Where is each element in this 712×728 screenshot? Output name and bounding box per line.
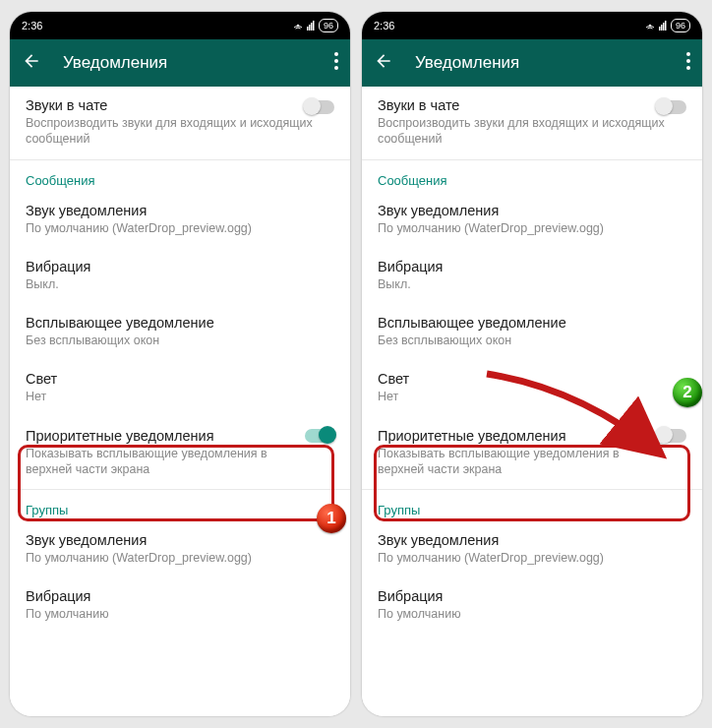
svg-rect-11 bbox=[663, 23, 665, 30]
section-messages: Сообщения bbox=[10, 160, 350, 192]
toggle-priority[interactable] bbox=[305, 429, 334, 443]
svg-rect-2 bbox=[309, 25, 311, 30]
phone-left: 2:36 96 Уведомления Звуки в чате Воспрои… bbox=[10, 12, 350, 716]
row-priority[interactable]: Приоритетные уведомления Показывать вспл… bbox=[10, 417, 350, 490]
page-title: Уведомления bbox=[415, 53, 665, 73]
toggle-chat-sounds[interactable] bbox=[657, 100, 686, 114]
row-title: Звук уведомления bbox=[378, 532, 686, 548]
row-title: Звуки в чате bbox=[378, 97, 686, 113]
row-title: Звук уведомления bbox=[378, 203, 686, 218]
row-group-sound[interactable]: Звук уведомления По умолчанию (WaterDrop… bbox=[362, 521, 702, 577]
svg-rect-3 bbox=[311, 23, 313, 30]
clock: 2:36 bbox=[374, 20, 394, 31]
svg-rect-1 bbox=[307, 27, 309, 30]
row-title: Звук уведомления bbox=[26, 532, 334, 548]
overflow-icon[interactable] bbox=[334, 52, 338, 74]
row-title: Звук уведомления bbox=[26, 203, 334, 218]
row-vibration[interactable]: Вибрация Выкл. bbox=[362, 248, 702, 304]
svg-point-6 bbox=[334, 59, 338, 63]
back-icon[interactable] bbox=[374, 51, 393, 75]
svg-rect-10 bbox=[661, 25, 663, 30]
row-subtitle: Без всплывающих окон bbox=[378, 333, 686, 348]
badge-step-1: 1 bbox=[317, 504, 346, 533]
row-notification-sound[interactable]: Звук уведомления По умолчанию (WaterDrop… bbox=[10, 192, 350, 248]
row-title: Вибрация bbox=[26, 588, 334, 604]
row-notification-sound[interactable]: Звук уведомления По умолчанию (WaterDrop… bbox=[362, 192, 702, 248]
toggle-chat-sounds[interactable] bbox=[305, 100, 334, 114]
row-subtitle: По умолчанию (WaterDrop_preview.ogg) bbox=[26, 220, 334, 236]
row-subtitle: Выкл. bbox=[378, 276, 686, 292]
row-group-vibration[interactable]: Вибрация По умолчанию bbox=[10, 577, 350, 634]
row-light[interactable]: Свет Нет bbox=[362, 360, 702, 416]
svg-rect-4 bbox=[313, 21, 315, 30]
svg-point-5 bbox=[334, 52, 338, 56]
svg-rect-9 bbox=[659, 27, 661, 30]
svg-point-15 bbox=[686, 66, 690, 70]
overflow-icon[interactable] bbox=[686, 52, 690, 74]
status-bar: 2:36 96 bbox=[362, 12, 702, 39]
settings-list: Звуки в чате Воспроизводить звуки для вх… bbox=[362, 87, 702, 716]
app-bar: Уведомления bbox=[10, 39, 350, 87]
row-title: Всплывающее уведомление bbox=[378, 315, 686, 331]
toggle-priority[interactable] bbox=[657, 429, 686, 443]
row-popup[interactable]: Всплывающее уведомление Без всплывающих … bbox=[362, 304, 702, 360]
app-bar: Уведомления bbox=[362, 39, 702, 87]
row-subtitle: По умолчанию bbox=[26, 606, 334, 622]
battery-pill: 96 bbox=[671, 19, 690, 32]
row-subtitle: По умолчанию (WaterDrop_preview.ogg) bbox=[26, 550, 334, 566]
page-title: Уведомления bbox=[63, 53, 313, 73]
row-subtitle: Показывать всплывающие уведомления в вер… bbox=[26, 446, 301, 478]
row-title: Приоритетные уведомления bbox=[26, 428, 301, 444]
row-light[interactable]: Свет Нет bbox=[10, 360, 350, 416]
status-icons: 96 bbox=[293, 19, 338, 32]
clock: 2:36 bbox=[22, 20, 42, 31]
row-subtitle: Выкл. bbox=[26, 276, 334, 292]
row-title: Вибрация bbox=[26, 259, 334, 274]
row-subtitle: Воспроизводить звуки для входящих и исхо… bbox=[26, 115, 334, 148]
row-subtitle: По умолчанию (WaterDrop_preview.ogg) bbox=[378, 220, 686, 236]
row-popup[interactable]: Всплывающее уведомление Без всплывающих … bbox=[10, 304, 350, 360]
row-title: Свет bbox=[26, 371, 334, 387]
row-subtitle: Воспроизводить звуки для входящих и исхо… bbox=[378, 115, 686, 148]
status-icons: 96 bbox=[645, 19, 690, 32]
section-groups: Группы bbox=[10, 490, 350, 521]
row-title: Свет bbox=[378, 371, 686, 387]
row-title: Вибрация bbox=[378, 259, 686, 274]
battery-pill: 96 bbox=[319, 19, 338, 32]
row-chat-sounds[interactable]: Звуки в чате Воспроизводить звуки для вх… bbox=[362, 87, 702, 159]
row-group-vibration[interactable]: Вибрация По умолчанию bbox=[362, 577, 702, 634]
back-icon[interactable] bbox=[22, 51, 41, 75]
row-vibration[interactable]: Вибрация Выкл. bbox=[10, 248, 350, 304]
svg-rect-12 bbox=[665, 21, 667, 30]
row-subtitle: По умолчанию (WaterDrop_preview.ogg) bbox=[378, 550, 686, 566]
svg-point-13 bbox=[686, 52, 690, 56]
row-subtitle: Нет bbox=[26, 389, 334, 404]
phone-right: 2:36 96 Уведомления Звуки в чате Воспрои… bbox=[362, 12, 702, 716]
settings-list: Звуки в чате Воспроизводить звуки для вх… bbox=[10, 87, 350, 716]
row-subtitle: Нет bbox=[378, 389, 686, 404]
svg-point-7 bbox=[334, 66, 338, 70]
row-subtitle: Без всплывающих окон bbox=[26, 333, 334, 348]
row-subtitle: Показывать всплывающие уведомления в вер… bbox=[378, 446, 653, 478]
row-group-sound[interactable]: Звук уведомления По умолчанию (WaterDrop… bbox=[10, 521, 350, 577]
row-title: Приоритетные уведомления bbox=[378, 428, 653, 444]
row-title: Всплывающее уведомление bbox=[26, 315, 334, 331]
svg-point-14 bbox=[686, 59, 690, 63]
row-priority[interactable]: Приоритетные уведомления Показывать вспл… bbox=[362, 417, 702, 490]
row-subtitle: По умолчанию bbox=[378, 606, 686, 622]
row-title: Вибрация bbox=[378, 588, 686, 604]
row-chat-sounds[interactable]: Звуки в чате Воспроизводить звуки для вх… bbox=[10, 87, 350, 159]
section-groups: Группы bbox=[362, 490, 702, 521]
status-bar: 2:36 96 bbox=[10, 12, 350, 39]
row-title: Звуки в чате bbox=[26, 97, 334, 113]
badge-step-2: 2 bbox=[673, 378, 702, 407]
section-messages: Сообщения bbox=[362, 160, 702, 192]
